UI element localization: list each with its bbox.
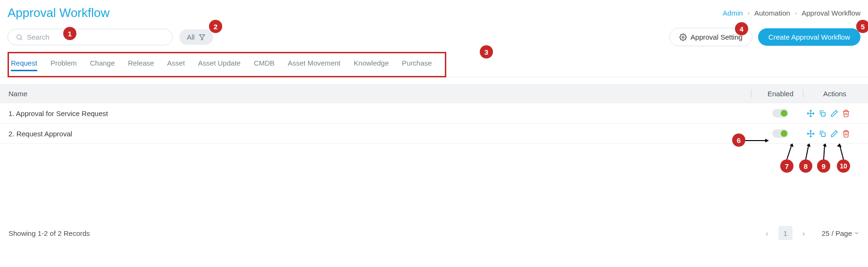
move-icon[interactable] [807, 109, 815, 117]
breadcrumb-automation[interactable]: Automation [754, 9, 790, 17]
breadcrumb: Admin › Automation › Approval Workflow [723, 9, 860, 17]
row-name: 2. Request Approval [8, 130, 751, 138]
tab-asset-movement[interactable]: Asset Movement [288, 58, 341, 71]
annotation-badge-3: 3 [480, 45, 493, 58]
prev-page-button[interactable]: ‹ [760, 226, 774, 240]
chevron-right-icon: › [795, 9, 797, 17]
tab-asset[interactable]: Asset [167, 58, 185, 71]
delete-icon[interactable] [842, 130, 850, 138]
annotation-badge-1: 1 [63, 27, 76, 40]
approval-setting-label: Approval Setting [691, 33, 743, 41]
enable-toggle[interactable] [772, 109, 788, 117]
column-enabled: Enabled [751, 90, 803, 98]
tab-asset-update[interactable]: Asset Update [198, 58, 241, 71]
chevron-right-icon: › [748, 9, 750, 17]
annotation-badge-8: 8 [799, 159, 812, 173]
breadcrumb-current: Approval Workflow [801, 9, 860, 17]
tabs-container: Request Problem Change Release Asset Ass… [8, 52, 446, 77]
table-header: Name Enabled Actions [0, 84, 868, 103]
tab-problem[interactable]: Problem [50, 58, 77, 71]
search-input[interactable] [27, 33, 165, 41]
table-row: 1. Approval for Service Request [0, 103, 868, 124]
delete-icon[interactable] [842, 109, 850, 117]
annotation-badge-6: 6 [732, 134, 745, 147]
row-name: 1. Approval for Service Request [8, 109, 751, 117]
filter-button[interactable]: All [179, 29, 213, 45]
annotation-badge-9: 9 [817, 159, 830, 173]
tab-release[interactable]: Release [128, 58, 154, 71]
page-title: Approval Workflow [8, 6, 109, 20]
annotation-badge-5: 5 [856, 20, 868, 33]
annotation-badge-7: 7 [780, 159, 793, 173]
next-page-button[interactable]: › [797, 226, 810, 240]
edit-icon[interactable] [830, 109, 838, 117]
svg-point-13 [682, 36, 684, 38]
move-icon[interactable] [807, 130, 815, 138]
tab-purchase[interactable]: Purchase [402, 58, 432, 71]
gear-icon [679, 33, 687, 41]
edit-icon[interactable] [830, 130, 838, 138]
enable-toggle[interactable] [772, 129, 788, 138]
annotation-badge-2: 2 [209, 20, 222, 33]
svg-rect-19 [821, 133, 825, 136]
per-page-selector[interactable]: 25 / Page [822, 229, 860, 237]
search-icon [16, 33, 23, 41]
tab-cmdb[interactable]: CMDB [254, 58, 275, 71]
page-number[interactable]: 1 [778, 226, 793, 240]
copy-icon[interactable] [818, 130, 826, 138]
breadcrumb-admin[interactable]: Admin [723, 9, 743, 17]
create-workflow-button[interactable]: Create Approval Workflow [758, 28, 860, 46]
filter-icon [199, 33, 206, 41]
tab-request[interactable]: Request [11, 58, 37, 71]
svg-rect-16 [821, 112, 825, 116]
annotation-badge-10: 10 [837, 159, 850, 173]
svg-marker-12 [200, 35, 205, 40]
filter-label: All [187, 33, 195, 41]
chevron-down-icon [854, 230, 860, 236]
copy-icon[interactable] [818, 109, 826, 117]
column-name: Name [8, 90, 751, 98]
records-summary: Showing 1-2 of 2 Records [8, 229, 90, 237]
annotation-badge-4: 4 [735, 22, 748, 35]
svg-line-11 [21, 39, 22, 40]
pagination: ‹ 1 › 25 / Page [760, 226, 860, 240]
per-page-label: 25 / Page [822, 229, 852, 237]
svg-point-10 [17, 34, 21, 39]
column-actions: Actions [803, 90, 860, 98]
search-container[interactable] [8, 29, 173, 45]
tab-change[interactable]: Change [90, 58, 115, 71]
tab-knowledge[interactable]: Knowledge [354, 58, 389, 71]
